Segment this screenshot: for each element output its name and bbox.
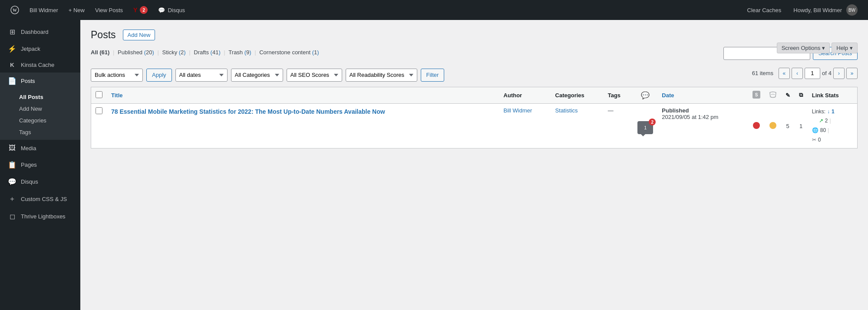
filters-row: Bulk actions Apply All dates All Categor… <box>91 69 444 82</box>
row-tags-cell: — <box>604 103 634 148</box>
th-comments: 💬 <box>633 87 657 103</box>
avatar: BW <box>846 4 858 16</box>
kinsta-icon: K <box>8 62 17 68</box>
sidebar-sub-tags[interactable]: Tags <box>0 126 80 138</box>
sidebar-item-custom-css[interactable]: ＋ Custom CSS & JS <box>0 190 80 208</box>
yoast-item[interactable]: Y 2 <box>128 0 153 20</box>
sidebar-item-kinsta[interactable]: K Kinsta Cache <box>0 57 80 73</box>
new-item[interactable]: + New <box>63 0 90 20</box>
sidebar-item-dashboard[interactable]: ⊞ Dashboard <box>0 23 80 40</box>
sticky-filter-link[interactable]: Sticky (2) <box>162 49 187 56</box>
comment-bubble[interactable]: 1 2 <box>637 121 653 134</box>
row-read-num-cell: 1 <box>795 103 808 148</box>
sidebar-item-label: Kinsta Cache <box>21 62 54 68</box>
screen-options-button[interactable]: Screen Options ▾ <box>777 43 830 53</box>
screen-options-row: Screen Options ▾ Help ▾ <box>777 43 858 53</box>
prev-page-button[interactable]: ‹ <box>792 68 803 79</box>
sidebar-sub-categories[interactable]: Categories <box>0 115 80 126</box>
thrive-icon: ◻ <box>8 212 17 221</box>
help-label: Help <box>836 45 848 51</box>
howdy-item[interactable]: Howdy, Bill Widmer BW <box>788 4 863 16</box>
row-seo-num-cell: 5 <box>781 103 795 148</box>
author-link[interactable]: Bill Widmer <box>504 107 532 114</box>
sidebar-item-label: Dashboard <box>21 29 49 35</box>
svg-text:W: W <box>13 8 17 13</box>
chevron-down-icon-help: ▾ <box>850 45 853 51</box>
copy-icon: ⧉ <box>799 92 803 98</box>
readability-dot-orange <box>769 122 776 129</box>
site-name-label: Bill Widmer <box>30 7 58 13</box>
sidebar-item-label: Thrive Lightboxes <box>21 213 66 220</box>
site-name-item[interactable]: Bill Widmer <box>24 0 63 20</box>
last-page-button[interactable]: » <box>846 68 858 79</box>
readability-icon <box>769 93 777 100</box>
row-checkbox[interactable] <box>96 107 102 114</box>
apply-button[interactable]: Apply <box>146 69 172 82</box>
page-title: Posts <box>91 29 116 42</box>
title-sort-link[interactable]: Title <box>111 92 123 99</box>
seo-dot-red <box>753 122 760 129</box>
first-page-button[interactable]: « <box>779 68 790 79</box>
page-number-input[interactable]: 1 <box>805 68 820 79</box>
sidebar-item-media[interactable]: 🖼 Media <box>0 140 80 156</box>
th-checkbox <box>91 87 107 103</box>
th-link-stats: Link Stats <box>808 87 858 103</box>
comments-icon: 💬 <box>641 92 650 99</box>
cornerstone-filter-link[interactable]: Cornerstone content (1) <box>259 49 319 56</box>
comment-count: 1 <box>644 125 647 130</box>
items-count: 61 items <box>752 70 773 76</box>
disqus-icon: 💬 <box>158 7 165 13</box>
posts-submenu: All Posts Add New Categories Tags <box>0 89 80 140</box>
sidebar-item-thrive[interactable]: ◻ Thrive Lightboxes <box>0 208 80 225</box>
dashboard-icon: ⊞ <box>8 28 17 36</box>
category-link[interactable]: Statistics <box>555 107 578 114</box>
date-sort-link[interactable]: Date <box>662 92 674 99</box>
clear-caches-item[interactable]: Clear Caches <box>742 7 787 13</box>
all-categories-select[interactable]: All Categories <box>231 69 283 82</box>
admin-bar-right: Clear Caches Howdy, Bill Widmer BW <box>742 4 863 16</box>
bulk-actions-select[interactable]: Bulk actions <box>91 69 143 82</box>
links-label: Links: <box>812 107 825 117</box>
sidebar-item-pages[interactable]: 📋 Pages <box>0 156 80 173</box>
trash-filter-link[interactable]: Trash (9) <box>228 49 253 56</box>
add-new-button[interactable]: Add New <box>123 30 155 40</box>
all-readability-select[interactable]: All Readability Scores <box>346 69 417 82</box>
next-page-button[interactable]: › <box>833 68 845 79</box>
sidebar-item-jetpack[interactable]: ⚡ Jetpack <box>0 40 80 57</box>
yoast-badge: 2 <box>140 6 148 14</box>
tags-value: — <box>608 107 614 114</box>
view-posts-item[interactable]: View Posts <box>90 0 128 20</box>
th-copy: ⧉ <box>795 87 808 103</box>
date-value: 2021/09/05 at 1:42 pm <box>662 114 718 120</box>
custom-css-icon: ＋ <box>8 195 17 204</box>
chevron-down-icon: ▾ <box>822 45 825 51</box>
sidebar-sub-add-new[interactable]: Add New <box>0 103 80 115</box>
published-filter-link[interactable]: Published (20) <box>118 49 155 56</box>
disqus-label: Disqus <box>168 7 185 13</box>
wp-logo-item[interactable]: W <box>5 0 24 20</box>
comment-bubble-icon[interactable]: 1 2 <box>637 121 653 134</box>
filter-button[interactable]: Filter <box>421 69 445 82</box>
drafts-filter-link[interactable]: Drafts (41) <box>194 49 222 56</box>
sidebar-sub-all-posts[interactable]: All Posts <box>0 91 80 103</box>
th-categories: Categories <box>551 87 604 103</box>
sidebar-item-posts[interactable]: 📄 Posts <box>0 73 80 89</box>
help-button[interactable]: Help ▾ <box>832 43 858 53</box>
th-readability <box>765 87 781 103</box>
post-title-link[interactable]: 78 Essential Mobile Marketing Statistics… <box>111 107 495 116</box>
disqus-item[interactable]: 💬 Disqus <box>153 0 190 20</box>
pagination: 61 items « ‹ 1 of 4 › » <box>752 68 858 79</box>
broken-link-icon: ✂ <box>812 135 816 145</box>
select-all-checkbox[interactable] <box>96 91 102 98</box>
jetpack-icon: ⚡ <box>8 45 17 53</box>
all-dates-select[interactable]: All dates <box>175 69 228 82</box>
sidebar-item-disqus[interactable]: 💬 Disqus <box>0 173 80 190</box>
link-stats: Links: ↓ 1 ↗ 2 | <box>812 107 853 145</box>
screen-options-label: Screen Options <box>782 45 821 51</box>
sidebar-item-label: Pages <box>21 162 37 168</box>
all-seo-scores-select[interactable]: All SEO Scores <box>287 69 342 82</box>
admin-bar: W Bill Widmer + New View Posts Y 2 💬 Dis… <box>0 0 868 20</box>
sidebar-item-label: Posts <box>21 78 35 84</box>
down-count: 1 <box>832 107 835 117</box>
all-filter-link[interactable]: All (61) <box>91 49 111 56</box>
